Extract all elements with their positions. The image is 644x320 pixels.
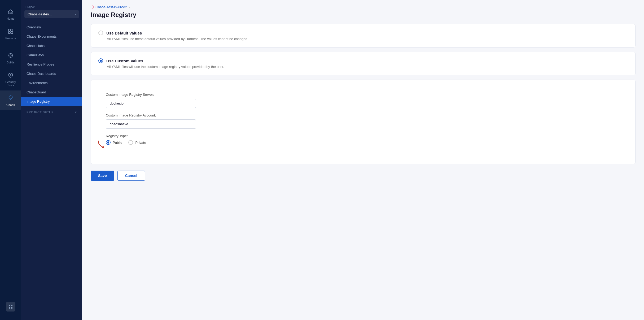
account-input[interactable]: [106, 119, 196, 129]
svg-point-8: [10, 100, 11, 100]
form-card: Custom Image Registry Server: Custom Ima…: [91, 80, 636, 164]
server-field-group: Custom Image Registry Server:: [106, 93, 620, 108]
private-radio[interactable]: [128, 140, 133, 145]
registry-type-label: Registry Type:: [106, 134, 146, 138]
projects-label: Projects: [5, 37, 16, 40]
svg-point-6: [10, 55, 11, 56]
svg-point-5: [9, 54, 13, 58]
project-label: Project: [21, 0, 82, 10]
builds-icon: [7, 52, 14, 59]
sidebar-item-chaos-experiments[interactable]: Chaos Experiments: [21, 32, 82, 41]
cancel-button[interactable]: Cancel: [117, 171, 145, 181]
breadcrumb-separator: ›: [129, 5, 130, 9]
sidebar-item-builds[interactable]: Builds: [0, 48, 21, 68]
project-setup-section[interactable]: PROJECT SETUP ▾: [21, 106, 82, 116]
sidebar-item-chaosguard[interactable]: ChaosGuard: [21, 88, 82, 97]
default-option-header: Use Default Values: [98, 31, 628, 35]
sidebar-item-home[interactable]: Home: [0, 4, 21, 24]
default-values-title: Use Default Values: [106, 31, 142, 35]
custom-values-radio[interactable]: [98, 58, 103, 63]
sidebar-item-gamedays[interactable]: GameDays: [21, 50, 82, 60]
projects-icon: [7, 28, 14, 35]
breadcrumb: ⬡ Chaos-Test-in-Prod2 ›: [82, 0, 644, 10]
security-tests-icon: [7, 71, 14, 79]
default-values-radio[interactable]: [98, 31, 103, 35]
svg-rect-1: [8, 29, 10, 31]
svg-rect-0: [10, 12, 11, 14]
svg-point-7: [10, 75, 11, 76]
sidebar-item-overview[interactable]: Overview: [21, 23, 82, 32]
sidebar-item-chaoshubs[interactable]: ChaosHubs: [21, 41, 82, 50]
private-label: Private: [135, 141, 146, 145]
sidebar-item-projects[interactable]: Projects: [0, 24, 21, 44]
custom-option-header: Use Custom Values: [98, 58, 628, 63]
registry-type-options: Public Private: [106, 140, 146, 145]
public-option[interactable]: Public: [106, 140, 122, 145]
nav-divider-2: [5, 205, 16, 205]
content-area: Use Default Values All YAML files use th…: [82, 24, 644, 320]
chaos-icon: [7, 94, 14, 102]
sidebar-item-resilience-probes[interactable]: Resilience Probes: [21, 60, 82, 69]
annotation-arrow: [97, 140, 107, 149]
chaos-label: Chaos: [6, 103, 15, 106]
default-values-card: Use Default Values All YAML files use th…: [91, 24, 636, 47]
form-section: Custom Image Registry Server: Custom Ima…: [98, 86, 628, 158]
section-chevron-icon: ▾: [75, 110, 77, 114]
svg-rect-2: [11, 29, 13, 31]
sidebar-item-environments[interactable]: Environments: [21, 78, 82, 88]
private-option[interactable]: Private: [128, 140, 146, 145]
action-buttons: Save Cancel: [91, 168, 636, 181]
builds-label: Builds: [7, 61, 15, 64]
project-name: Chaos-Test-in...: [28, 12, 52, 16]
breadcrumb-project-icon: ⬡: [91, 5, 94, 9]
nav-divider-1: [5, 46, 16, 46]
svg-rect-3: [8, 32, 10, 33]
svg-rect-11: [9, 307, 10, 309]
save-button[interactable]: Save: [91, 171, 114, 181]
sidebar-item-chaos-dashboards[interactable]: Chaos Dashboards: [21, 69, 82, 78]
public-label: Public: [113, 141, 122, 145]
server-label: Custom Image Registry Server:: [106, 93, 620, 97]
page-title: Image Registry: [82, 10, 644, 24]
svg-rect-12: [11, 307, 12, 309]
custom-values-title: Use Custom Values: [106, 59, 143, 63]
grid-button[interactable]: [6, 302, 15, 312]
project-selector-chevron: ›: [75, 12, 76, 16]
project-selector[interactable]: Chaos-Test-in... ›: [24, 10, 79, 18]
section-header-label: PROJECT SETUP: [27, 111, 54, 114]
security-tests-label: Security Tests: [2, 80, 19, 87]
custom-values-card: Use Custom Values All YAML files will us…: [91, 52, 636, 75]
registry-type-group: Registry Type: Public Private: [106, 134, 620, 145]
custom-values-desc: All YAML files will use the custom image…: [98, 65, 628, 69]
account-label: Custom Image Registry Account:: [106, 113, 620, 117]
sidebar-item-image-registry[interactable]: Image Registry: [21, 97, 82, 106]
sidebar-item-chaos[interactable]: Chaos: [0, 90, 21, 110]
svg-rect-9: [9, 305, 10, 306]
icon-nav: Home Projects Builds: [0, 0, 21, 320]
sidebar-item-security-tests[interactable]: Security Tests: [0, 68, 21, 90]
home-icon: [7, 8, 14, 15]
svg-rect-4: [11, 32, 13, 33]
svg-rect-10: [11, 305, 12, 306]
home-label: Home: [7, 17, 14, 20]
server-input[interactable]: [106, 99, 196, 108]
sidebar: Project Chaos-Test-in... › Overview Chao…: [21, 0, 82, 320]
main-content: ⬡ Chaos-Test-in-Prod2 › Image Registry U…: [82, 0, 644, 320]
default-values-desc: All YAML files use these default values …: [98, 37, 628, 41]
account-field-group: Custom Image Registry Account:: [106, 113, 620, 129]
breadcrumb-project-name[interactable]: Chaos-Test-in-Prod2: [95, 5, 127, 9]
